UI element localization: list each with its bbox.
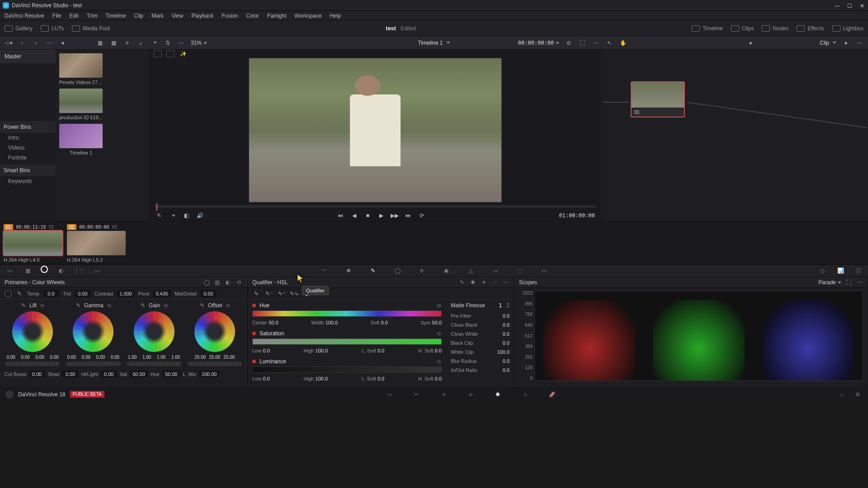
project-manager-icon[interactable]: ⌂ — [837, 390, 846, 399]
layout-dropdown[interactable]: ▭▾ — [5, 39, 13, 47]
q-param-value[interactable]: 0.0 — [377, 376, 384, 381]
pivot-value[interactable]: 0.435 — [153, 290, 171, 297]
q-param-value[interactable]: 0.0 — [263, 376, 270, 381]
menu-help[interactable]: Help — [330, 13, 341, 19]
colboost-value[interactable]: 0.00 — [29, 371, 45, 378]
viewer-single-icon[interactable] — [166, 50, 175, 57]
matte-value[interactable]: 100.0 — [497, 349, 509, 355]
minimize-button[interactable]: — — [835, 3, 840, 8]
blur-icon[interactable]: △ — [466, 266, 476, 276]
wheel-value[interactable]: 0.00 — [94, 355, 107, 360]
tab-gallery[interactable]: Gallery — [5, 25, 33, 32]
home-icon[interactable] — [5, 390, 14, 399]
matte-value[interactable]: 0.0 — [503, 367, 509, 373]
shad-value[interactable]: 0.00 — [62, 371, 78, 378]
wheel-value[interactable]: 1.00 — [140, 355, 154, 360]
menu-fusion[interactable]: Fusion — [222, 13, 238, 19]
page-edit[interactable]: ≡ — [439, 390, 448, 399]
matte-value[interactable]: 0.0 — [503, 331, 509, 337]
node-dot2-icon[interactable]: ● — [842, 39, 850, 47]
q-param-value[interactable]: 0.0 — [377, 348, 384, 353]
wheel-value[interactable]: 1.00 — [169, 355, 183, 360]
scopes-icon[interactable]: 📊 — [835, 266, 845, 276]
scopes-more-icon[interactable]: ⋯ — [857, 279, 863, 286]
q-param-value[interactable]: 0.0 — [435, 348, 442, 353]
q-param-value[interactable]: 100.0 — [316, 348, 328, 353]
mid-value[interactable]: 0.00 — [200, 290, 217, 297]
magic-mask-icon[interactable]: ◉ — [441, 266, 451, 276]
tab-timeline[interactable]: Timeline — [692, 25, 723, 32]
color-wheel[interactable] — [73, 311, 113, 352]
maximize-button[interactable]: ☐ — [847, 3, 853, 8]
q-param-value[interactable]: 100.0 — [326, 320, 338, 325]
q-param-value[interactable]: 0.0 — [435, 376, 442, 381]
node-01[interactable]: 01 — [631, 81, 685, 117]
more-icon[interactable]: ⋯ — [45, 39, 53, 47]
auto-balance-icon[interactable] — [5, 290, 12, 297]
jog-wheel[interactable] — [66, 361, 120, 366]
temp-value[interactable]: 0.0 — [43, 290, 59, 297]
bin-intro[interactable]: Intro — [0, 133, 56, 143]
window-icon[interactable]: ◯ — [392, 266, 402, 276]
jog-wheel[interactable] — [5, 361, 60, 366]
key-icon[interactable]: ▭ — [490, 266, 500, 276]
motion-icon[interactable]: ▭ — [92, 266, 102, 276]
page-media[interactable]: ▭ — [385, 390, 394, 399]
q-3d-icon[interactable]: ✱ — [471, 279, 477, 286]
scopes-expand-icon[interactable]: ⛶ — [846, 279, 852, 286]
wheel-value[interactable]: 1.00 — [155, 355, 168, 360]
wheel-value[interactable]: 0.00 — [108, 355, 122, 360]
matte-page-2[interactable]: 2 — [506, 302, 509, 309]
log-mode-icon[interactable]: ◐ — [226, 279, 232, 286]
q-param-value[interactable]: 50.0 — [432, 320, 442, 325]
media-thumb-2[interactable]: production ID 519... — [59, 89, 103, 120]
sat-value[interactable]: 50.00 — [130, 371, 148, 378]
wheel-value[interactable]: 25.00 — [193, 355, 207, 360]
section-smart-bins[interactable]: Smart Bins — [0, 164, 56, 176]
menu-workspace[interactable]: Workspace — [295, 13, 322, 19]
rgb-mixer-icon[interactable]: ⋮⋮ — [74, 266, 84, 276]
tab-nodes[interactable]: Nodes — [762, 25, 788, 32]
wand-icon[interactable]: ✨ — [179, 50, 187, 58]
clip-dropdown[interactable]: Clip — [820, 40, 836, 46]
first-frame-button[interactable]: ⏮ — [337, 212, 344, 219]
node-dot-icon[interactable]: ● — [746, 39, 755, 47]
wheel-reset-icon[interactable]: ⟲ — [106, 303, 112, 308]
wheel-pick-icon[interactable]: ✎ — [199, 302, 205, 309]
picker-icon[interactable]: ✎ — [15, 290, 24, 298]
q-enable-toggle[interactable] — [252, 360, 256, 363]
curves-icon[interactable]: 〰 — [319, 266, 329, 276]
nodes-more-icon[interactable]: ⋯ — [855, 39, 863, 47]
lmix-value[interactable]: 100.00 — [199, 371, 220, 378]
menu-file[interactable]: File — [52, 13, 61, 19]
q-pick-soft-icon[interactable]: ✎∿ — [290, 290, 298, 298]
page-cut[interactable]: ✂ — [412, 390, 421, 399]
settings-icon[interactable]: ⚙ — [854, 390, 863, 399]
color-match-icon[interactable]: ▦ — [23, 266, 33, 276]
wheel-pick-icon[interactable]: ✎ — [75, 302, 81, 309]
next-frame-button[interactable]: ▶▶ — [391, 212, 398, 219]
q-param-value[interactable]: 0.0 — [381, 320, 388, 325]
q-param-value[interactable]: 50.0 — [269, 320, 278, 325]
q-pick-sub-icon[interactable]: ✎⁻ — [265, 290, 273, 298]
node-graph[interactable]: 01 — [601, 50, 868, 221]
play-button[interactable]: ▶ — [377, 212, 385, 219]
q-more-icon[interactable]: ⋯ — [503, 279, 509, 286]
q-bar[interactable] — [252, 366, 442, 373]
q-param-value[interactable]: 0.0 — [263, 348, 270, 353]
view-thumb-small-icon[interactable]: ▦ — [109, 39, 118, 47]
q-pick-icon[interactable]: ✎ — [252, 290, 260, 298]
3d-icon[interactable]: ▭ — [539, 266, 549, 276]
q-bar[interactable] — [252, 338, 442, 345]
matte-value[interactable]: 0.0 — [503, 313, 509, 319]
wheel-value[interactable]: 0.00 — [19, 355, 32, 360]
nav-next[interactable]: › — [32, 39, 40, 47]
menu-trim[interactable]: Trim — [87, 13, 98, 19]
tab-clips[interactable]: Clips — [731, 25, 754, 32]
wheel-value[interactable]: 0.00 — [65, 355, 78, 360]
page-fairlight[interactable]: ♫ — [520, 390, 529, 399]
search-dropdown[interactable] — [150, 39, 158, 47]
wheel-value[interactable]: 1.00 — [126, 355, 139, 360]
clip-01[interactable]: 0100:00:13:19V1 H.264 High L4.0 — [4, 224, 62, 261]
color-wheel[interactable] — [194, 311, 235, 352]
